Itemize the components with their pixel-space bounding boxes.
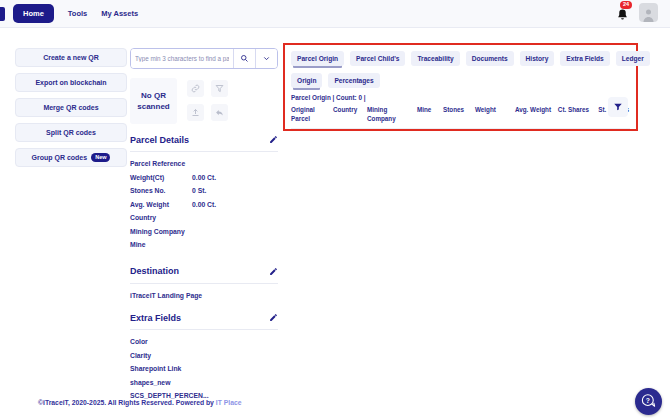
field-label: Stones No.	[130, 184, 192, 198]
destination-value: iTraceiT Landing Page	[130, 289, 202, 303]
divider	[130, 283, 278, 284]
copyright-text: ©iTraceiT, 2020-2025. All Rights Reserve…	[38, 399, 216, 406]
person-icon	[641, 7, 656, 22]
qr-actions-sidebar: Create a new QR Export on blockchain Mer…	[15, 48, 127, 167]
create-new-qr-button[interactable]: Create a new QR	[15, 48, 127, 67]
tab-history[interactable]: History	[520, 51, 555, 66]
footer-copyright: ©iTraceiT, 2020-2025. All Rights Reserve…	[38, 399, 241, 406]
extra-fields-header: Extra Fields	[130, 310, 278, 325]
destination-value-row: iTraceiT Landing Page	[130, 289, 278, 303]
filter-qr-button[interactable]	[211, 80, 228, 97]
new-feature-badge: New	[91, 153, 110, 162]
field-stones-no: Stones No. 0 St.	[130, 184, 278, 198]
group-qr-codes-button[interactable]: Group QR codes New	[15, 148, 127, 167]
help-chat-icon: ?	[639, 392, 658, 411]
col-stones: Stones	[443, 105, 475, 124]
search-options-dropdown[interactable]	[255, 49, 277, 68]
col-country: Country	[333, 105, 367, 124]
field-label: Weight(Ct)	[130, 171, 192, 185]
field-label: Mining Company	[130, 225, 192, 239]
parcel-search-input[interactable]	[131, 49, 233, 68]
merge-qr-codes-button[interactable]: Merge QR codes	[15, 98, 127, 117]
divider	[130, 329, 278, 330]
extra-field-color: Color	[130, 335, 278, 349]
edit-parcel-details-button[interactable]	[269, 132, 278, 147]
scan-status-row: No QR scanned	[130, 78, 278, 124]
field-label: Country	[130, 211, 192, 225]
help-support-button[interactable]: ?	[635, 388, 662, 415]
field-label: shapes_new	[130, 376, 170, 390]
panel-tabs: Parcel Origin Parcel Child's Traceabilit…	[291, 51, 630, 66]
extra-field-clarity: Clarity	[130, 349, 278, 363]
divider	[130, 151, 278, 152]
upload-qr-button[interactable]	[187, 104, 204, 121]
it-place-link[interactable]: IT Place	[216, 399, 242, 406]
field-label: Mine	[130, 238, 192, 252]
notification-count-badge: 24	[620, 1, 632, 9]
upload-icon	[191, 108, 200, 117]
field-label: Avg. Weight	[130, 198, 192, 212]
col-weight: Weight	[475, 105, 511, 124]
tab-parcel-origin[interactable]: Parcel Origin	[291, 51, 344, 66]
svg-text:?: ?	[646, 397, 650, 404]
subtab-percentages[interactable]: Percentages	[328, 73, 379, 88]
extra-fields-list: Color Clarity Sharepoint Link shapes_new…	[130, 335, 278, 403]
notifications-button[interactable]: 24	[615, 2, 631, 22]
filter-icon	[613, 102, 623, 112]
undo-qr-button[interactable]	[211, 104, 228, 121]
pencil-icon	[269, 313, 278, 322]
col-mine: Mine	[417, 105, 443, 124]
tab-extra-fields[interactable]: Extra Fields	[560, 51, 609, 66]
field-parcel-reference: Parcel Reference	[130, 157, 278, 171]
logo-partial	[0, 7, 5, 21]
col-original-parcel: Original Parcel	[291, 105, 333, 124]
split-qr-codes-button[interactable]: Split QR codes	[15, 123, 127, 142]
extra-field-shapes-new: shapes_new	[130, 376, 278, 390]
parcel-origin-panel highlight-annotation: Parcel Origin Parcel Child's Traceabilit…	[283, 43, 638, 131]
table-filter-button[interactable]	[608, 97, 628, 117]
origin-table-header: Original Parcel Country Mining Company M…	[291, 105, 630, 129]
col-avg-weight: Avg. Weight	[511, 105, 551, 124]
chevron-down-icon	[262, 54, 271, 63]
tab-traceability[interactable]: Traceability	[411, 51, 459, 66]
tab-documents[interactable]: Documents	[466, 51, 514, 66]
header-actions: 24	[615, 2, 658, 22]
export-on-blockchain-button[interactable]: Export on blockchain	[15, 73, 127, 92]
nav-my-assets[interactable]: My Assets	[101, 9, 138, 18]
reply-arrow-icon	[215, 108, 224, 117]
group-qr-codes-label: Group QR codes	[32, 154, 88, 161]
nav-home[interactable]: Home	[13, 4, 54, 23]
extra-fields-title: Extra Fields	[130, 313, 181, 323]
tab-ledger[interactable]: Ledger	[616, 51, 650, 66]
field-mining-company: Mining Company	[130, 225, 278, 239]
panel-subtabs: Origin Percentages	[291, 73, 630, 88]
subtab-origin[interactable]: Origin	[291, 73, 322, 88]
app-screen: Home Tools My Assets 24 Create a new QR …	[0, 0, 670, 418]
parcel-origin-count: Parcel Origin | Count: 0 |	[291, 94, 630, 101]
edit-extra-fields-button[interactable]	[269, 310, 278, 325]
edit-destination-button[interactable]	[269, 264, 278, 279]
field-value: 0.00 Ct.	[192, 171, 216, 185]
link-qr-button[interactable]	[187, 80, 204, 97]
no-qr-scanned-card: No QR scanned	[130, 78, 177, 124]
destination-title: Destination	[130, 266, 179, 276]
bell-icon	[616, 8, 629, 22]
main-nav: Home Tools My Assets	[13, 4, 138, 23]
parcel-details-fields: Parcel Reference Weight(Ct) 0.00 Ct. Sto…	[130, 157, 278, 252]
top-navbar: Home Tools My Assets 24	[0, 0, 670, 28]
pencil-icon	[269, 267, 278, 276]
field-label: Clarity	[130, 349, 151, 363]
parcel-details-header: Parcel Details	[130, 132, 278, 147]
user-avatar[interactable]	[639, 3, 658, 22]
nav-tools[interactable]: Tools	[68, 9, 87, 18]
link-icon	[191, 84, 200, 93]
field-avg-weight: Avg. Weight 0.00 Ct.	[130, 198, 278, 212]
field-country: Country	[130, 211, 278, 225]
qr-tools-grid	[187, 80, 228, 124]
tab-parcel-childs[interactable]: Parcel Child's	[350, 51, 405, 66]
search-button[interactable]	[233, 49, 255, 68]
parcel-summary-column: No QR scanned	[130, 48, 278, 403]
col-mining-company: Mining Company	[367, 105, 417, 124]
field-weight: Weight(Ct) 0.00 Ct.	[130, 171, 278, 185]
field-label: Parcel Reference	[130, 157, 192, 171]
